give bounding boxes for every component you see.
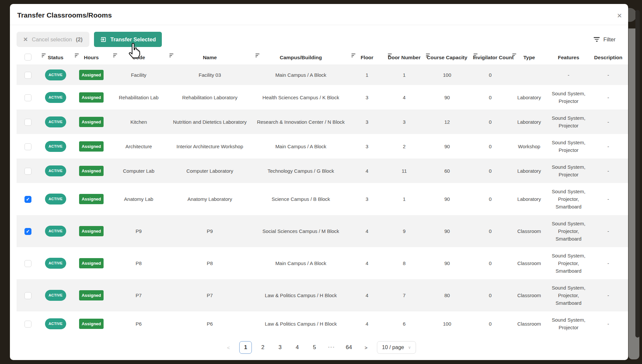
row-checkbox[interactable] (24, 321, 31, 328)
column-filter-icon[interactable] (169, 53, 173, 58)
column-header-code: Code (111, 52, 167, 65)
hours-badge: Assigned (79, 141, 104, 152)
cell-invigilators: 0 (471, 247, 510, 279)
cell-floor: 3 (349, 183, 385, 215)
status-badge: ACTIVE (45, 69, 67, 80)
cell-door: 9 (385, 215, 423, 247)
column-filter-icon[interactable] (255, 53, 259, 58)
status-badge: ACTIVE (45, 194, 67, 205)
column-filter-icon[interactable] (42, 53, 46, 58)
select-all-cell (17, 52, 39, 65)
row-checkbox[interactable] (24, 94, 31, 101)
cell-name: Nutrition and Dietetics Laboratory (167, 110, 253, 134)
column-filter-icon[interactable] (474, 53, 478, 58)
row-checkbox[interactable] (24, 196, 31, 203)
export-arrow-icon (100, 36, 107, 43)
column-filter-icon[interactable] (388, 53, 392, 58)
transfer-selected-button[interactable]: Transfer Selected (94, 32, 162, 47)
select-all-checkbox[interactable] (24, 54, 31, 61)
cell-name: P8 (167, 247, 253, 279)
column-filter-icon[interactable] (512, 53, 516, 58)
cell-description: - (588, 247, 628, 279)
table-row[interactable]: ACTIVEAssignedAnatomy LabAnatomy Laborat… (17, 183, 628, 215)
row-checkbox[interactable] (24, 143, 31, 150)
table-header-row: StatusHoursCodeNameCampus/BuildingFloorD… (17, 52, 628, 65)
cell-capacity: 100 (423, 311, 471, 336)
cell-campus: Social Sciences Campus / M Block (253, 215, 349, 247)
cell-description: - (588, 215, 628, 247)
column-header-features: Features (549, 52, 588, 65)
modal-header: Transfer Classrooms/Rooms ✕ (10, 4, 628, 25)
table-row[interactable]: ACTIVEAssignedP9P9Social Sciences Campus… (17, 215, 628, 247)
cell-name: Interior Architecture Workshop (167, 134, 253, 159)
pagination-page-64[interactable]: 64 (343, 341, 355, 354)
column-filter-icon[interactable] (351, 53, 355, 58)
cell-capacity: 90 (423, 183, 471, 215)
table-row[interactable]: ACTIVEAssignedKitchenNutrition and Diete… (17, 110, 628, 134)
cell-type: Workshop (510, 134, 549, 159)
row-checkbox[interactable] (24, 72, 31, 79)
page-scrollbar-thumb[interactable] (635, 10, 640, 338)
hours-badge: Assigned (79, 226, 104, 236)
table-row[interactable]: ACTIVEAssignedP6P6Law & Politics Campus … (17, 311, 628, 336)
cell-invigilators: 0 (471, 183, 510, 215)
table-row[interactable]: ACTIVEAssignedComputer LabComputer Labor… (17, 159, 628, 183)
row-checkbox[interactable] (24, 292, 31, 299)
modal-title: Transfer Classrooms/Rooms (17, 11, 620, 19)
filter-button[interactable]: Filter (594, 36, 616, 43)
row-checkbox[interactable] (24, 168, 31, 175)
cell-invigilators: 0 (471, 85, 510, 110)
page-size-select[interactable]: 10 / page∨ (377, 341, 416, 354)
table-row[interactable]: ACTIVEAssignedRehabilitation LabRehabili… (17, 85, 628, 110)
column-filter-icon[interactable] (75, 53, 79, 58)
cell-capacity: 90 (423, 247, 471, 279)
cell-description: - (588, 311, 628, 336)
cell-name: Facility 03 (167, 65, 253, 85)
column-filter-icon[interactable] (113, 53, 117, 58)
hours-badge: Assigned (79, 92, 104, 103)
cell-name: Anatomy Laboratory (167, 183, 253, 215)
cell-invigilators: 0 (471, 279, 510, 311)
pagination-next[interactable]: > (360, 341, 372, 354)
cell-features: Sound System, Projector (549, 311, 588, 336)
chevron-down-icon: ∨ (408, 345, 411, 350)
row-checkbox[interactable] (24, 260, 31, 267)
selection-count: (2) (76, 36, 82, 43)
table-row[interactable]: ACTIVEAssignedP8P8Main Campus / A Block4… (17, 247, 628, 279)
cell-floor: 3 (349, 134, 385, 159)
cell-code: P8 (111, 247, 167, 279)
cell-campus: Main Campus / A Block (253, 247, 349, 279)
cell-floor: 4 (349, 311, 385, 336)
cell-type: Classroom (510, 311, 549, 336)
cell-type: Classroom (510, 279, 549, 311)
classrooms-table: StatusHoursCodeNameCampus/BuildingFloorD… (17, 52, 628, 336)
pagination-page-2[interactable]: 2 (256, 341, 269, 354)
pagination-page-3[interactable]: 3 (274, 341, 286, 354)
cell-description: - (588, 183, 628, 215)
cell-features: Sound System, Projector, Smartboard (549, 215, 588, 247)
row-checkbox[interactable] (24, 228, 31, 235)
close-icon[interactable]: ✕ (617, 13, 622, 19)
pagination-page-4[interactable]: 4 (291, 341, 303, 354)
table-row[interactable]: ACTIVEAssignedFacilityFacility 03Main Ca… (17, 65, 628, 85)
pagination-ellipsis[interactable]: ••• (325, 341, 338, 354)
status-badge: ACTIVE (45, 318, 67, 329)
pagination: <12345•••64>10 / page∨ (10, 341, 628, 354)
cell-capacity: 90 (423, 215, 471, 247)
table-row[interactable]: ACTIVEAssignedArchitectureInterior Archi… (17, 134, 628, 159)
pagination-page-5[interactable]: 5 (308, 341, 321, 354)
cell-capacity: 12 (423, 110, 471, 134)
row-checkbox[interactable] (24, 119, 31, 126)
cell-code: P9 (111, 215, 167, 247)
pagination-page-1[interactable]: 1 (239, 341, 252, 354)
cell-description: - (588, 279, 628, 311)
cell-features: Sound System, Projector, Smartboard (549, 247, 588, 279)
cell-invigilators: 0 (471, 159, 510, 183)
column-filter-icon[interactable] (426, 53, 430, 58)
cell-campus: Research & Innovation Center / N Block (253, 110, 349, 134)
cell-type: Laboratory (510, 183, 549, 215)
cancel-selection-button[interactable]: ✕ Cancel selection (2) (17, 32, 89, 47)
pagination-prev[interactable]: < (222, 341, 235, 354)
table-row[interactable]: ACTIVEAssignedP7P7Law & Politics Campus … (17, 279, 628, 311)
cell-type: Laboratory (510, 85, 549, 110)
